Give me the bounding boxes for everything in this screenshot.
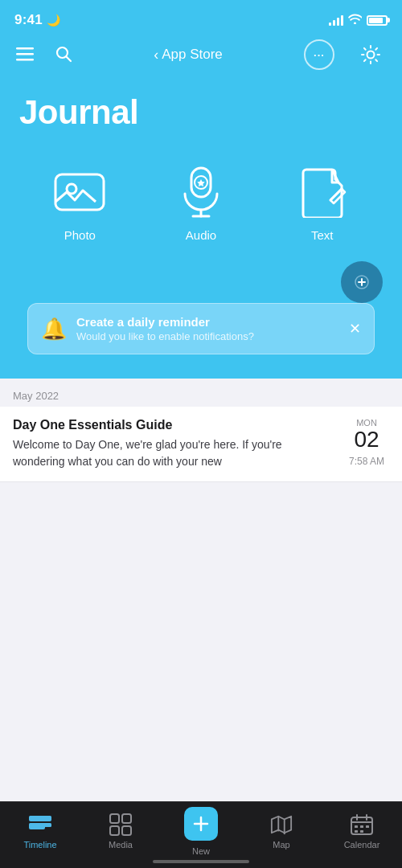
audio-icon (173, 164, 229, 220)
svg-rect-22 (122, 826, 131, 835)
entry-date-badge: MON 02 (347, 418, 387, 452)
media-label: Media (109, 840, 133, 850)
timeline-label: Timeline (23, 840, 56, 850)
photo-label: Photo (64, 228, 96, 242)
status-moon: 🌙 (47, 14, 60, 27)
entry-time: 7:58 AM (349, 456, 384, 467)
reminder-banner: 🔔 Create a daily reminder Would you like… (27, 303, 375, 354)
svg-point-5 (367, 51, 374, 59)
entry-title: Day One Essentials Guide (13, 418, 333, 432)
audio-entry-type[interactable]: Audio (141, 164, 262, 242)
tab-timeline[interactable]: Timeline (0, 813, 80, 850)
tab-media[interactable]: Media (80, 813, 161, 850)
status-bar: 9:41 🌙 (0, 0, 402, 35)
app-store-back-label: App Store (162, 47, 223, 63)
calendar-icon (351, 813, 373, 836)
section-header: May 2022 (0, 379, 402, 407)
gear-icon (355, 39, 386, 70)
reminder-subtitle: Would you like to enable notifications? (76, 330, 361, 342)
svg-rect-35 (360, 830, 363, 833)
text-icon (294, 164, 351, 220)
map-label: Map (273, 840, 289, 850)
tab-bar: Timeline Media New (0, 801, 402, 868)
svg-line-4 (67, 56, 72, 61)
more-icon: ··· (304, 39, 334, 70)
audio-label: Audio (186, 228, 216, 242)
wifi-icon (348, 14, 362, 27)
entry-content: Day One Essentials Guide Welcome to Day … (13, 418, 333, 470)
text-entry-type[interactable]: Text (261, 164, 383, 242)
entry-day-num: 02 (354, 428, 379, 452)
calendar-label: Calendar (344, 840, 380, 850)
svg-rect-31 (355, 825, 358, 828)
svg-rect-0 (16, 47, 34, 50)
signal-icon (329, 14, 343, 26)
home-indicator (153, 860, 249, 863)
status-icons (329, 14, 388, 27)
search-button[interactable] (51, 42, 76, 68)
reminder-title: Create a daily reminder (76, 315, 361, 329)
timeline-icon (29, 813, 51, 836)
svg-rect-17 (29, 816, 51, 820)
svg-rect-2 (16, 59, 34, 61)
settings-button[interactable] (352, 36, 389, 73)
menu-button[interactable] (13, 42, 37, 68)
entry-types: Photo Audio (19, 164, 383, 242)
svg-rect-1 (16, 53, 34, 55)
new-icon (184, 807, 218, 841)
svg-rect-20 (122, 814, 131, 823)
tab-calendar[interactable]: Calendar (322, 813, 402, 850)
photo-entry-type[interactable]: Photo (19, 164, 141, 242)
status-time: 9:41 (14, 12, 43, 28)
media-icon (109, 813, 132, 836)
svg-rect-19 (110, 814, 119, 823)
photo-icon (51, 164, 108, 220)
entry-preview: Welcome to Day One, we're glad you're he… (13, 436, 333, 470)
new-label: New (192, 846, 210, 856)
hamburger-icon (16, 45, 34, 65)
svg-rect-21 (110, 826, 119, 835)
reminder-close-button[interactable]: ✕ (344, 318, 366, 339)
journal-entry[interactable]: Day One Essentials Guide Welcome to Day … (0, 407, 402, 482)
content-area: May 2022 Day One Essentials Guide Welcom… (0, 379, 402, 549)
svg-rect-34 (355, 830, 358, 833)
back-nav[interactable]: ‹ App Store (154, 47, 223, 63)
svg-rect-18 (29, 823, 51, 827)
svg-rect-33 (366, 825, 369, 828)
svg-rect-6 (55, 174, 104, 210)
tab-new[interactable]: New (161, 807, 241, 856)
search-icon (55, 45, 72, 65)
map-icon (270, 813, 293, 836)
expand-button[interactable] (341, 261, 383, 303)
tab-map[interactable]: Map (241, 813, 322, 850)
nav-bar: ‹ App Store ··· (0, 35, 402, 77)
svg-rect-32 (360, 825, 363, 828)
hero-section: Journal Photo (0, 77, 402, 379)
more-button[interactable]: ··· (301, 36, 338, 73)
reminder-text: Create a daily reminder Would you like t… (76, 315, 361, 342)
bell-icon: 🔔 (41, 317, 67, 342)
battery-icon (367, 15, 388, 26)
text-label: Text (311, 228, 334, 242)
back-chevron-icon: ‹ (154, 47, 158, 62)
journal-title: Journal (19, 93, 383, 132)
